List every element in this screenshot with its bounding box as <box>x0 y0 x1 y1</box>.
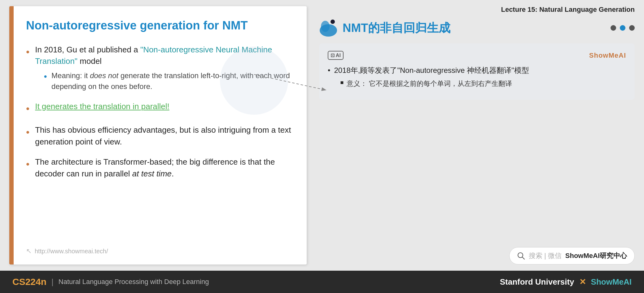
cn-bullet-1-content: 2018年,顾等发表了"Non-autoregressive 神经机器翻译"模型… <box>334 65 529 89</box>
cn-brand: ShowMeAI <box>589 51 626 60</box>
bullet-4-text: The architecture is Transformer-based; t… <box>35 156 291 180</box>
bullet-3-text: This has obvious efficiency advantages, … <box>35 124 291 148</box>
x-symbol: ✕ <box>579 277 586 287</box>
search-icon <box>517 252 525 260</box>
sub-bullet-1-text: Meaning: it does not generate the transl… <box>51 70 291 92</box>
bullet-2-link[interactable]: It generates the translation in parallel… <box>35 101 169 113</box>
accent-bar <box>9 6 14 264</box>
bullet-dot-2: • <box>26 101 29 116</box>
list-item: • It generates the translation in parall… <box>26 101 291 116</box>
bullet-dot-4: • <box>26 157 29 171</box>
nav-dot-3[interactable] <box>629 25 635 31</box>
bottom-right: Stanford University ✕ ShowMeAI <box>500 277 632 287</box>
nav-dot-2[interactable] <box>620 25 625 31</box>
bullet-dot-3: • <box>26 125 29 139</box>
cn-sub-bullet-1: ■ 意义： 它不是根据之前的每个单词，从左到右产生翻译 <box>340 78 529 89</box>
ai-badge: ⊡ AI <box>328 51 344 60</box>
bullet-1-text-after: model <box>77 56 102 66</box>
right-slide-title: NMT的非自回归生成 <box>343 20 450 36</box>
sub-bullet-1: ● Meaning: it does not generate the tran… <box>44 70 291 92</box>
bottom-left: CS224n | Natural Language Processing wit… <box>12 277 209 287</box>
course-subtitle: Natural Language Processing with Deep Le… <box>59 278 209 286</box>
cn-bullet-1-text: 2018年,顾等发表了"Non-autoregressive 神经机器翻译"模型 <box>334 66 529 74</box>
svg-line-4 <box>522 257 524 259</box>
slide-footer: ↖ http://www.showmeai.tech/ <box>26 247 291 255</box>
bottom-bar: CS224n | Natural Language Processing wit… <box>0 271 644 293</box>
cn-sub-text-1: 意义： 它不是根据之前的每个单词，从左到右产生翻译 <box>347 78 512 89</box>
svg-point-1 <box>321 21 330 32</box>
right-slide-header: NMT的非自回归生成 <box>319 19 635 37</box>
list-item: • In 2018, Gu et al published a "Non-aut… <box>26 44 291 92</box>
svg-point-2 <box>331 20 335 24</box>
cursor-icon: ↖ <box>26 247 32 255</box>
search-brand-text: ShowMeAI研究中心 <box>565 251 627 260</box>
slide-title: Non-autoregressive generation for NMT <box>26 19 291 33</box>
ai-badge-text: ⊡ AI <box>331 53 341 58</box>
list-item: • The architecture is Transformer-based;… <box>26 156 291 180</box>
showmeai-logo <box>319 19 338 37</box>
course-code: CS224n <box>12 277 46 287</box>
bullet-dot-1: • <box>26 45 29 59</box>
bottom-separator: | <box>51 277 54 287</box>
cn-sub-dot-1: ■ <box>340 78 344 87</box>
left-slide-panel: Non-autoregressive generation for NMT • … <box>9 6 307 264</box>
search-box[interactable]: 搜索 | 微信 ShowMeAI研究中心 <box>509 247 635 264</box>
right-panel-inner: Lecture 15: Natural Language Generation … <box>319 3 635 264</box>
left-slide-body: Non-autoregressive generation for NMT • … <box>14 6 307 264</box>
cn-content-box: ⊡ AI ShowMeAI • 2018年,顾等发表了"Non-autoregr… <box>319 43 635 100</box>
university-name: Stanford University <box>500 277 574 287</box>
cn-box-header: ⊡ AI ShowMeAI <box>328 51 626 60</box>
bullet-1-content: In 2018, Gu et al published a "Non-autor… <box>35 44 291 92</box>
cn-bullet-dot-1: • <box>328 65 330 76</box>
main-content: Non-autoregressive generation for NMT • … <box>0 0 644 271</box>
nav-dots <box>611 25 635 31</box>
bullet-1-text-before: In 2018, Gu et al published a <box>35 45 140 54</box>
nav-dot-1[interactable] <box>611 25 616 31</box>
bullet-list: • In 2018, Gu et al published a "Non-aut… <box>26 44 291 241</box>
cn-bullet-1: • 2018年,顾等发表了"Non-autoregressive 神经机器翻译"… <box>328 65 626 89</box>
search-separator: 搜索 | 微信 <box>529 251 562 260</box>
lecture-title: Lecture 15: Natural Language Generation <box>319 3 635 19</box>
sub-bullet-dot-1: ● <box>44 72 47 80</box>
showmeai-footer-brand: ShowMeAI <box>591 277 632 287</box>
footer-url[interactable]: http://www.showmeai.tech/ <box>35 248 108 255</box>
right-title-area: NMT的非自回归生成 <box>319 19 450 37</box>
right-panel: Lecture 15: Natural Language Generation … <box>307 0 644 271</box>
list-item: • This has obvious efficiency advantages… <box>26 124 291 148</box>
